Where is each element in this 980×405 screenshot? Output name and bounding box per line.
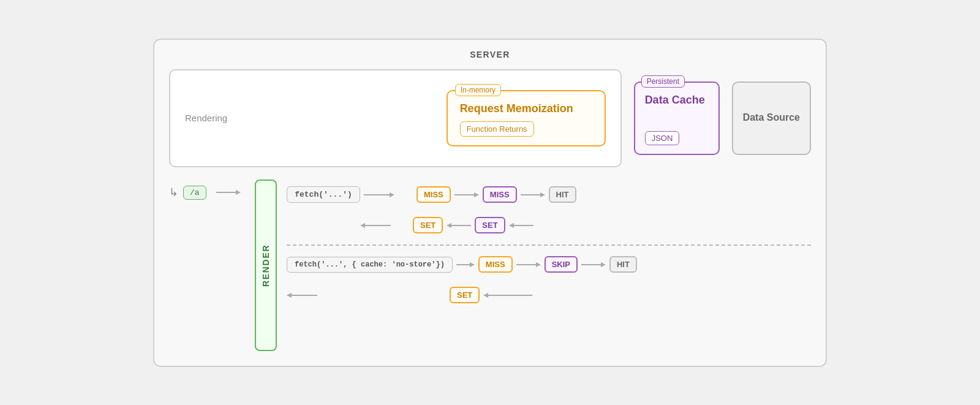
hit-source-2: HIT [609, 256, 637, 273]
inmemory-badge: In-memory [455, 84, 501, 96]
function-returns-badge: Function Returns [460, 121, 534, 137]
diagram-wrapper: SERVER Rendering In-memory Request Memoi… [153, 39, 827, 367]
svg-marker-7 [540, 192, 545, 197]
svg-marker-19 [601, 262, 606, 267]
svg-marker-21 [287, 293, 292, 298]
set-cache-1: SET [475, 217, 505, 233]
data-cache-title: Data Cache [645, 94, 709, 107]
fetch-label-2: fetch('...', { cache: 'no-store'}) [287, 257, 453, 273]
memoization-box: In-memory Request Memoization Function R… [447, 90, 606, 146]
render-box: RENDER [255, 180, 277, 351]
data-cache-box: Persistent Data Cache JSON [634, 81, 720, 155]
svg-marker-9 [360, 223, 365, 228]
data-source-title: Data Source [743, 112, 800, 124]
set-memo-2: SET [450, 287, 480, 303]
svg-marker-11 [447, 223, 451, 228]
section-divider [287, 244, 811, 246]
render-label: RENDER [261, 244, 271, 286]
fetch-label-1: fetch('...') [287, 186, 360, 203]
svg-marker-13 [509, 223, 514, 228]
set-memo-1: SET [413, 217, 443, 233]
miss-memo-2: MISS [478, 256, 513, 273]
svg-marker-5 [474, 192, 479, 197]
skip-cache-1: SKIP [545, 256, 578, 273]
svg-marker-17 [536, 262, 541, 267]
miss-memo-1: MISS [417, 186, 451, 203]
rendering-label: Rendering [185, 113, 258, 123]
svg-marker-23 [483, 293, 488, 298]
server-box: SERVER Rendering In-memory Request Memoi… [153, 39, 827, 367]
svg-marker-15 [470, 262, 475, 267]
route-label: /a [183, 186, 206, 200]
data-source-box: Data Source [732, 81, 811, 155]
svg-marker-1 [236, 190, 241, 195]
svg-marker-3 [390, 192, 394, 197]
memoization-title: Request Memoization [460, 102, 592, 115]
json-badge: JSON [645, 131, 680, 145]
inner-box: Rendering In-memory Request Memoization … [169, 69, 622, 167]
miss-cache-1: MISS [483, 186, 517, 203]
server-label: SERVER [169, 50, 811, 59]
hit-source-1: HIT [549, 186, 576, 203]
persistent-badge: Persistent [641, 75, 685, 88]
